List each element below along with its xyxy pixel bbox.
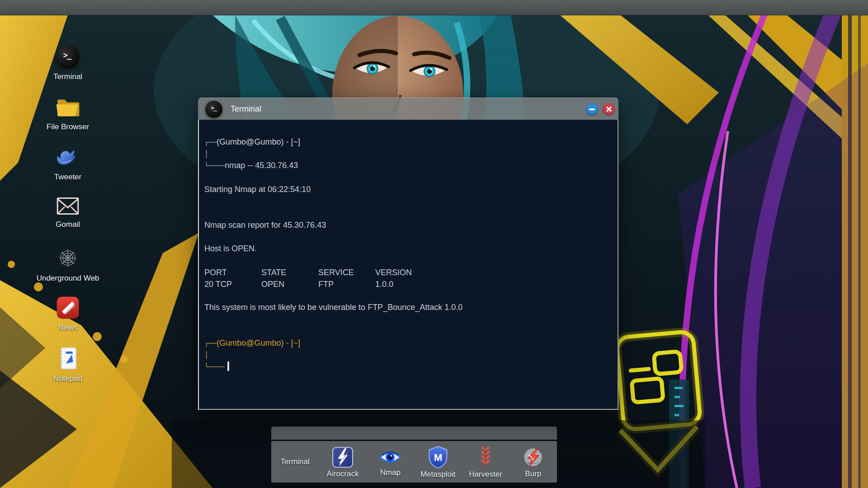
terminal-window: >_ Terminal ┌──(Gumbo@Gumbo) - [~] │ └─ [198, 98, 618, 410]
terminal-line: Nmap scan report for 45.30.76.43 [204, 219, 611, 231]
dock-item-label: Nmap [380, 469, 401, 477]
prompt-connector: ┌── [204, 138, 217, 146]
harvester-wheat-icon [476, 446, 495, 469]
desktop-icon-label: Tweeter [54, 173, 81, 181]
scan-table-header: PORTSTATESERVICEVERSION [204, 267, 611, 278]
command-text: nmap -- 45.30.76.43 [225, 161, 298, 170]
desktop-icon-tweeter[interactable]: Tweeter [27, 145, 108, 181]
text-cursor [227, 361, 229, 371]
terminal-output[interactable]: ┌──(Gumbo@Gumbo) - [~] │ └────nmap -- 45… [198, 120, 618, 410]
nmap-eye-icon [378, 447, 402, 467]
dock-item-label: Burp [525, 470, 541, 478]
metasploit-letter: M [434, 451, 442, 463]
dock-item-metasploit[interactable]: M Metasploit [414, 441, 462, 483]
terminal-line: ┌──(Gumbo@Gumbo) - [~] [204, 136, 611, 148]
airocrack-icon [331, 446, 354, 469]
close-button[interactable] [603, 103, 615, 115]
burp-icon [522, 446, 544, 469]
desktop-icon-terminal[interactable]: >_ Terminal [27, 45, 108, 81]
terminal-glyph: >_ [211, 104, 216, 111]
spiderweb-icon [56, 246, 80, 270]
dock-item-burp[interactable]: Burp [509, 441, 557, 483]
dock: >_ Terminal Airocrack Nmap [271, 441, 557, 483]
dock-shelf [271, 427, 557, 440]
prompt-block: ┌──(Gumbo@Gumbo) - [~] │ └──── [204, 337, 611, 372]
terminal-glyph: >_ [63, 51, 71, 60]
desktop-icon-label: News [58, 324, 78, 332]
desktop: >_ Terminal File Browser Tweeter Gomail [0, 0, 868, 488]
desktop-icon-file-browser[interactable]: File Browser [27, 95, 108, 131]
notepad-icon [57, 346, 79, 371]
bird-icon [55, 145, 80, 169]
terminal-icon: >_ [205, 101, 222, 118]
scan-table-row: 20 TCPOPENFTP1.0.0 [204, 278, 611, 290]
desktop-icon-notepad[interactable]: Notepad [27, 346, 108, 383]
prompt-connector: ┌── [204, 339, 217, 347]
desktop-icon-news[interactable]: News [27, 296, 108, 332]
dock-item-label: Harvester [469, 470, 502, 479]
news-icon [56, 296, 80, 319]
envelope-icon [55, 196, 80, 216]
terminal-line: └────nmap -- 45.30.76.43 [204, 160, 611, 171]
folder-icon [55, 95, 80, 119]
terminal-line: ┌──(Gumbo@Gumbo) - [~] [204, 337, 611, 349]
desktop-icon-label: Terminal [53, 73, 82, 81]
desktop-icon-underground-web[interactable]: Underground Web [27, 246, 108, 282]
metasploit-shield-icon: M [427, 446, 449, 469]
prompt-block: ┌──(Gumbo@Gumbo) - [~] │ └────nmap -- 45… [204, 136, 611, 171]
desktop-icon-label: Gomail [56, 221, 80, 229]
desktop-icon-label: Notepad [53, 375, 82, 383]
terminal-line: │ [204, 148, 611, 160]
desktop-icon-label: File Browser [47, 123, 89, 131]
desktop-icon-gomail[interactable]: Gomail [27, 196, 108, 229]
dock-item-label: Metasploit [420, 470, 455, 479]
terminal-line: Starting Nmap at 06:22:54:10 [204, 183, 611, 195]
dock-item-airocrack[interactable]: Airocrack [319, 441, 366, 483]
terminal-line: Host is OPEN. [204, 243, 611, 254]
terminal-line: └──── [204, 361, 611, 372]
terminal-icon: >_ [56, 45, 80, 69]
prompt-user: (Gumbo@Gumbo) - [~] [217, 137, 300, 146]
dock-item-terminal[interactable]: >_ Terminal [271, 441, 319, 483]
top-bar [0, 0, 868, 15]
window-title: Terminal [231, 104, 261, 114]
terminal-titlebar[interactable]: >_ Terminal [198, 98, 618, 120]
minimize-button[interactable] [586, 103, 598, 115]
prompt-user: (Gumbo@Gumbo) - [~] [217, 338, 300, 347]
dock-item-harvester[interactable]: Harvester [462, 441, 509, 483]
desktop-icon-label: Underground Web [37, 274, 99, 282]
dock-item-label: Airocrack [327, 470, 359, 478]
dock-item-label: Terminal [281, 458, 310, 466]
vulnerability-line: This system is most likely to be vulnera… [204, 301, 611, 313]
minimize-icon [589, 108, 595, 110]
dock-item-nmap[interactable]: Nmap [367, 441, 414, 483]
terminal-line: │ [204, 349, 611, 361]
